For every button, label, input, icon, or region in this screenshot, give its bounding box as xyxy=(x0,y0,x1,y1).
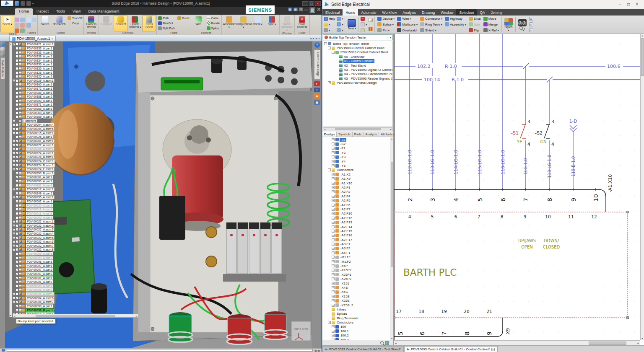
select-color-button[interactable] xyxy=(15,27,20,32)
pathfinder-item[interactable]: +PDV-00369_A.par:1 xyxy=(13,107,79,111)
expand-icon[interactable]: + xyxy=(332,142,335,145)
pathfinder-item[interactable]: +✓PDV-00022_A.asm:2 xyxy=(13,223,79,228)
checkbox[interactable]: ✓ xyxy=(16,297,18,300)
help-button[interactable]: ?Help xyxy=(323,16,335,21)
plc-note[interactable]: CLOSED xyxy=(543,245,560,249)
device-button[interactable]: Device▾ xyxy=(376,16,396,21)
checkbox[interactable]: ✓ xyxy=(16,277,18,280)
connector-pin-4[interactable]: 4 xyxy=(453,198,460,202)
tab-prev-icon[interactable]: ◂ xyxy=(310,37,312,40)
expand-icon[interactable]: + xyxy=(332,230,335,233)
pathfinder-item[interactable]: +PDV-00351_A.par:1 xyxy=(13,183,79,187)
pathfinder-item[interactable]: +✓PDV-00004_A.asm:7 xyxy=(13,300,79,304)
project-tree-item[interactable]: -Bottle Top Tension Tester xyxy=(323,41,392,46)
project-tree-item[interactable]: -PDV15093 Control Cabinet Build xyxy=(323,46,392,50)
tab-close-icon[interactable]: × xyxy=(318,37,320,40)
offpage-ref-1-D[interactable]: 1-D xyxy=(569,119,577,124)
expand-icon[interactable]: + xyxy=(13,196,15,199)
expand-icon[interactable]: + xyxy=(332,251,335,254)
theme-icon[interactable]: ▦ xyxy=(288,8,292,11)
design-tree-item[interactable]: +-X25P1 xyxy=(323,272,393,277)
pathfinder-item[interactable]: +✓PDV-00224_D.asm:1 xyxy=(13,163,79,167)
checkbox[interactable] xyxy=(16,216,18,219)
wire-spec-R-1.0[interactable]: R-1.0 xyxy=(445,64,457,69)
close-button[interactable]: × xyxy=(315,1,321,6)
pathfinder-item[interactable]: +Fasteners xyxy=(13,119,79,123)
expand-icon[interactable]: + xyxy=(13,168,15,171)
orient-button[interactable]: Orient ▾ xyxy=(251,15,265,31)
expand-icon[interactable]: + xyxy=(328,81,331,84)
design-tree-item[interactable]: +-A3.F2 xyxy=(323,246,393,251)
plc-pin-21[interactable]: 21 xyxy=(486,309,492,314)
scroll-thumb[interactable] xyxy=(391,162,393,267)
menu-tab-analysis[interactable]: Analysis xyxy=(400,9,419,16)
pathfinder-item[interactable]: +✓PDV-00349_A.par:1 xyxy=(13,192,79,196)
design-tree-item[interactable]: +100.3 xyxy=(323,338,393,340)
design-tree-item[interactable]: +-A2.F2 xyxy=(323,190,393,194)
wire-spec-B-1.0[interactable]: B-1.0 xyxy=(452,77,464,83)
checkbox[interactable]: ✓ xyxy=(16,248,18,251)
design-tree-item[interactable]: +-A2.F14 xyxy=(323,225,393,229)
connector-pin-8[interactable]: 8 xyxy=(546,198,553,202)
design-tree-item[interactable]: +-X5S xyxy=(323,290,393,294)
pathfinder-item[interactable]: +PDV-00025_A.par:1 xyxy=(13,135,79,139)
multicore-button[interactable]: Multicore▾ xyxy=(396,22,419,27)
path-button[interactable]: Path xyxy=(157,16,176,21)
plc-note[interactable]: DOWN/ xyxy=(544,238,559,243)
table-button[interactable] xyxy=(368,26,373,31)
checkbox[interactable] xyxy=(16,99,18,102)
checkbox[interactable]: ✓ xyxy=(16,228,18,231)
expand-icon[interactable]: + xyxy=(332,299,335,302)
expand-icon[interactable]: + xyxy=(332,182,335,185)
project-tree-item[interactable]: 05 - PDV15093 Reader Signals Conne xyxy=(323,76,392,80)
checkbox[interactable]: ✓ xyxy=(16,309,18,312)
cross-select-button[interactable]: Cross Select xyxy=(142,15,156,31)
checkbox[interactable]: ✓ xyxy=(16,172,18,175)
doc-minimize-icon[interactable]: – xyxy=(304,6,308,13)
expand-icon[interactable]: + xyxy=(332,138,335,141)
maximize-button[interactable]: □ xyxy=(627,2,630,7)
expand-icon[interactable]: + xyxy=(332,339,335,340)
checkbox[interactable]: ✓ xyxy=(16,224,18,227)
expand-icon[interactable]: + xyxy=(332,221,335,224)
print-button[interactable]: ▾ xyxy=(323,28,335,33)
tab-list-icon[interactable]: ▾ xyxy=(315,37,317,40)
selection-handle[interactable] xyxy=(394,211,395,213)
checkbox[interactable]: ✓ xyxy=(16,300,18,303)
design-tree-item[interactable]: +-S2 xyxy=(323,142,393,146)
pathfinder-item[interactable]: +✓PDV-00001_A.par:1 xyxy=(13,276,79,280)
checkbox[interactable] xyxy=(16,123,18,126)
scroll-thumb[interactable] xyxy=(589,342,626,345)
checkbox[interactable]: ✓ xyxy=(16,268,18,271)
project-tree-item[interactable]: +PDV15093 Harness Design xyxy=(323,81,392,85)
panel-tab-design[interactable]: Design xyxy=(322,132,337,137)
paste-button[interactable] xyxy=(360,28,367,33)
menu-tab-drawing[interactable]: Drawing xyxy=(419,9,438,16)
expand-icon[interactable]: + xyxy=(13,228,15,231)
menu-tab-jemmy[interactable]: Jemmy xyxy=(488,9,505,16)
design-tree-item[interactable]: +100.2 xyxy=(323,334,393,338)
menu-tab-automate[interactable]: Automate xyxy=(358,9,379,16)
checkbox[interactable] xyxy=(16,55,18,58)
expand-icon[interactable]: + xyxy=(332,190,335,193)
expand-icon[interactable]: + xyxy=(332,225,335,228)
design-tree-item[interactable]: -Connectors xyxy=(323,168,393,172)
checkbox[interactable] xyxy=(16,127,18,130)
design-tree-item[interactable]: +-A2.F7 xyxy=(323,207,393,211)
plc-pin-18[interactable]: 18 xyxy=(418,309,424,314)
copy-button[interactable]: Copy xyxy=(67,21,83,26)
expand-icon[interactable]: + xyxy=(13,132,15,134)
close-button[interactable]: × xyxy=(636,2,638,7)
pathfinder-item[interactable]: +PDV-00333_A.par:2 xyxy=(13,50,79,54)
connector-pin-6[interactable]: 6 xyxy=(500,198,506,202)
checkbox[interactable]: ✓ xyxy=(16,164,18,167)
panel-tab-parts[interactable]: Parts xyxy=(353,132,364,137)
pathfinder-item[interactable]: +✓PDV-00022_A.asm:1 xyxy=(13,220,79,224)
ribbon-tab-home[interactable]: Home xyxy=(15,8,33,15)
design-tree-item[interactable]: +-A2.F15 xyxy=(323,229,393,233)
plc-pin-5[interactable]: 5 xyxy=(431,214,434,219)
pin-number[interactable]: 4 xyxy=(551,142,554,147)
wire-label-112-LG-1.0[interactable]: 112-LG-1.0 xyxy=(407,150,412,174)
3d-sketch-button[interactable]: 3D Sketch xyxy=(52,15,66,31)
pathfinder-item[interactable]: +✓PDV-00350_B.psm:1 xyxy=(13,171,79,176)
